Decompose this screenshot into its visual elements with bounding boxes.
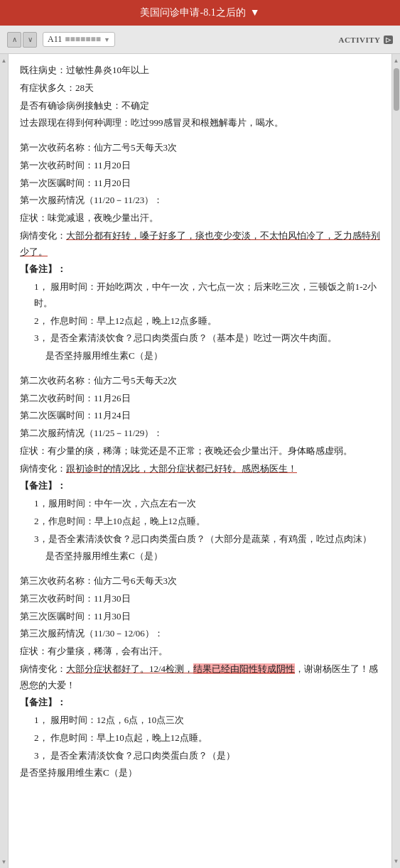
rx1-note3: 3， 是否全素清淡饮食？忌口肉类蛋白质？（基本是）吃过一两次牛肉面。 (20, 330, 380, 347)
rx1-name: 第一次收药名称：仙方二号5天每天3次 (20, 140, 380, 156)
rx1-doctor-date: 第一次医嘱时间：11月20日 (20, 175, 380, 192)
scroll-down-arrow[interactable]: ▼ (393, 856, 400, 867)
rx3-note1: 1， 服用时间：12点，6点，10点三次 (20, 712, 380, 729)
rx3-progress-text-1: 大部分症状都好了。12/4检测， (66, 663, 193, 674)
rx1-notes-title: 【备注】： (20, 261, 380, 278)
rx2-period: 第二次服药情况（11/25－11/29）： (20, 425, 380, 442)
rx3-progress: 病情变化：大部分症状都好了。12/4检测，结果已经由阳性转成阴性，谢谢杨医生了！… (20, 661, 380, 694)
activity-expand-icon: ▷ (384, 36, 394, 44)
main-layout: ▲ ▼ 既往病史：过敏性鼻炎10年以上 有症状多久：28天 是否有确诊病例接触史… (0, 54, 400, 868)
symptom-duration: 有症状多久：28天 (20, 80, 380, 97)
nav-buttons: ∧ ∨ (7, 32, 37, 48)
rx2-progress: 病情变化：跟初诊时的情况比，大部分症状都已好转。感恩杨医生！ (20, 461, 380, 477)
title-bar: 美国问诊申请-8.1之后的 ▼ (0, 0, 400, 26)
left-scroll-up: ▲ (1, 57, 8, 64)
left-scroll-track: ▲ ▼ (0, 54, 9, 868)
rx1-note1: 1， 服用时间：开始吃两次，中午一次，六七点一次；后来吃三次，三顿饭之前1-2小… (20, 279, 380, 312)
left-scroll-down: ▼ (1, 858, 8, 865)
rx1-date: 第一次收药时间：11月20日 (20, 158, 380, 174)
window-title: 美国问诊申请-8.1之后的 (140, 6, 245, 19)
doc-id-suffix: ■■■■■■■ (65, 34, 101, 45)
rx1-symptoms: 症状：味觉减退，夜晚少量出汗。 (20, 210, 380, 227)
rx3-doctor-date: 第三次医嘱时间：11月30日 (20, 609, 380, 625)
rx1-note2: 2， 作息时间：早上12点起，晚上12点多睡。 (20, 313, 380, 330)
medical-history: 既往病史：过敏性鼻炎10年以上 (20, 63, 380, 79)
rx2-note2: 2，作息时间：早上10点起，晚上12点睡。 (20, 514, 380, 530)
past-treatment: 过去跟现在得到何种调理：吃过999感冒灵和根翘解毒片，喝水。 (20, 115, 380, 131)
rx2-notes-title: 【备注】： (20, 478, 380, 494)
scroll-up-arrow[interactable]: ▲ (393, 55, 400, 66)
rx1-progress-text: 大部分都有好转，嗓子好多了，痰也变少变淡，不太怕风怕冷了，乏力感特别少了。 (20, 230, 380, 257)
rx2-symptoms: 症状：有少量的痰，稀薄；味觉还是不正常；夜晚还会少量出汗。身体略感虚弱。 (20, 443, 380, 460)
rx3-symptoms: 症状：有少量痰，稀薄，会有出汗。 (20, 644, 380, 660)
rx2-name: 第二次收药名称：仙方二号5天每天2次 (20, 373, 380, 389)
rx1-progress: 病情变化：大部分都有好转，嗓子好多了，痰也变少变淡，不太怕风怕冷了，乏力感特别少… (20, 228, 380, 261)
title-dropdown-icon[interactable]: ▼ (250, 7, 260, 18)
rx2-progress-text: 跟初诊时的情况比，大部分症状都已好转。感恩杨医生！ (66, 463, 297, 474)
activity-label: ACTIVITY (338, 36, 380, 44)
rx3-progress-highlight: 结果已经由阳性转成阴性 (193, 663, 295, 674)
activity-button[interactable]: ACTIVITY ▷ (338, 36, 393, 44)
toolbar: ∧ ∨ A11 ■■■■■■■ ▼ ACTIVITY ▷ (0, 26, 400, 54)
rx1-vitc: 是否坚持服用维生素C（是） (20, 348, 380, 364)
scroll-thumb[interactable] (394, 68, 399, 111)
nav-up-button[interactable]: ∧ (7, 32, 21, 48)
doc-id-area[interactable]: A11 ■■■■■■■ ▼ (43, 32, 115, 47)
rx3-period: 第三次服药情况（11/30－12/06）： (20, 626, 380, 642)
right-scrollbar[interactable]: ▲ ▼ (391, 54, 400, 868)
rx3-notes-title: 【备注】： (20, 695, 380, 711)
contact-history: 是否有确诊病例接触史：不确定 (20, 98, 380, 114)
document-content[interactable]: 既往病史：过敏性鼻炎10年以上 有症状多久：28天 是否有确诊病例接触史：不确定… (9, 54, 391, 868)
rx3-note2: 2， 作息时间：早上10点起，晚上12点睡。 (20, 730, 380, 747)
rx3-note3: 3， 是否全素清淡饮食？忌口肉类蛋白质？（是） (20, 748, 380, 764)
rx1-period: 第一次服药情况（11/20－11/23）： (20, 192, 380, 209)
nav-down-button[interactable]: ∨ (23, 32, 37, 48)
rx2-date: 第二次收药时间：11月26日 (20, 391, 380, 407)
doc-id: A11 (48, 34, 62, 45)
rx3-date: 第三次收药时间：11月30日 (20, 591, 380, 607)
rx2-note1: 1，服用时间：中午一次，六点左右一次 (20, 496, 380, 512)
rx2-vitc: 是否坚持服用维生素C（是） (20, 548, 380, 565)
rx2-note3: 3，是否全素清淡饮食？忌口肉类蛋白质？（大部分是蔬菜，有鸡蛋，吃过点肉沫） (20, 531, 380, 548)
doc-dropdown-icon[interactable]: ▼ (104, 36, 110, 43)
rx3-name: 第三次收药名称：仙方二号6天每天3次 (20, 573, 380, 590)
rx3-vitc: 是否坚持服用维生素C（是） (20, 765, 380, 781)
rx2-doctor-date: 第二次医嘱时间：11月24日 (20, 408, 380, 424)
